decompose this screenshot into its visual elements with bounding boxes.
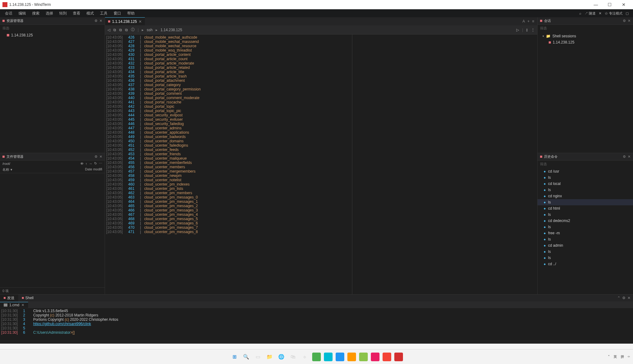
session-item[interactable]: 1.14.238.125 xyxy=(538,39,633,45)
tab-shell[interactable]: Shell xyxy=(18,295,37,301)
history-item[interactable]: ◆cd /usr xyxy=(538,168,633,174)
close-icon[interactable]: ✕ xyxy=(99,19,102,23)
wifi-icon[interactable]: ⌔ xyxy=(628,355,630,359)
history-item[interactable]: ◆ls xyxy=(538,211,633,218)
tab-close-icon[interactable]: ✕ xyxy=(139,19,142,24)
history-item[interactable]: ◆free -m xyxy=(538,230,633,236)
close-icon[interactable]: ✕ xyxy=(628,19,631,23)
gear-icon[interactable]: ⚙ xyxy=(622,296,626,300)
menu-窗口[interactable]: 窗口 xyxy=(111,10,124,17)
paste-icon[interactable]: ⧉ xyxy=(119,28,122,32)
menu-搜索[interactable]: 搜索 xyxy=(29,10,43,17)
gear-icon[interactable]: ⚙ xyxy=(623,155,626,159)
refresh-icon[interactable]: ↻ xyxy=(94,161,97,165)
vs-icon[interactable]: ⟐ xyxy=(300,353,309,361)
history-item[interactable]: ◆cd admin xyxy=(538,242,633,249)
crumb-ssh[interactable]: ssh xyxy=(147,28,153,32)
tunnel-button[interactable]: ↗ 隧道 xyxy=(585,11,596,16)
search-icon[interactable]: ⌕ xyxy=(579,11,581,15)
up-icon[interactable]: ↑ xyxy=(86,162,87,165)
ime-indicator[interactable]: 英 xyxy=(614,354,617,359)
session-filter[interactable]: 筛选 xyxy=(538,25,633,32)
menu-编辑[interactable]: 编辑 xyxy=(15,10,29,17)
add-tab-icon[interactable]: + xyxy=(527,19,530,23)
history-item[interactable]: ◆cd nginx xyxy=(538,193,633,199)
nav-back-icon[interactable]: ◁ xyxy=(107,28,110,32)
app-icon[interactable] xyxy=(312,353,321,361)
history-item[interactable]: ◆ls xyxy=(538,236,633,242)
sub-tab-close-icon[interactable]: ✕ xyxy=(21,303,24,307)
taskview-icon[interactable]: ▭ xyxy=(254,353,262,361)
tray-chevron-icon[interactable]: ˄ xyxy=(608,355,610,359)
edge-icon[interactable]: 🌐 xyxy=(277,353,286,361)
session-folder[interactable]: ▾ 📁 Shell sessions xyxy=(538,33,633,39)
close-icon[interactable]: ✕ xyxy=(627,296,631,300)
history-item[interactable]: ◆cd local xyxy=(538,181,633,187)
windterm-icon[interactable] xyxy=(394,353,403,361)
more-icon[interactable]: ⋮ xyxy=(531,28,535,32)
history-item[interactable]: ◆ls xyxy=(538,174,633,181)
maximize-button[interactable]: ☐ xyxy=(603,0,617,9)
history-filter[interactable]: 筛选 xyxy=(538,161,633,168)
history-item[interactable]: ◆ls xyxy=(538,255,633,261)
history-item[interactable]: ◆ls xyxy=(538,199,633,205)
menu-帮助[interactable]: 帮助 xyxy=(124,10,138,17)
info-icon[interactable]: ⓘ xyxy=(131,27,135,32)
history-item[interactable]: ◆ls xyxy=(538,187,633,193)
search-icon[interactable]: 🔍 xyxy=(242,353,250,361)
terminal-output[interactable]: [10:43:05]426 | cloud_mobile_wechat_auth… xyxy=(105,35,537,294)
collapse-icon[interactable]: ⌃ xyxy=(617,296,620,300)
nav-forward-icon[interactable]: ▷ xyxy=(516,28,519,32)
app-icon[interactable] xyxy=(324,353,333,361)
history-item[interactable]: ◆cd html xyxy=(538,205,633,211)
terminal-tab[interactable]: 1.1.14.238.125 ✕ xyxy=(105,17,145,25)
menu-查看[interactable]: 查看 xyxy=(70,10,83,17)
gear-icon[interactable]: ⚙ xyxy=(623,19,626,23)
app-icon[interactable] xyxy=(347,353,356,361)
store-icon[interactable]: 🛍 xyxy=(289,353,297,361)
app-icon[interactable] xyxy=(383,353,391,361)
more-icon[interactable]: ⋯ xyxy=(99,161,102,165)
terminal-line: [10:43:05]454 | cloud_ucenter_mailqueue xyxy=(105,156,537,161)
focus-mode-button[interactable]: ☆ 专注模式 xyxy=(605,11,623,16)
app-icon[interactable] xyxy=(371,353,379,361)
menu-选择[interactable]: 选择 xyxy=(43,10,56,17)
app-icon[interactable] xyxy=(336,353,344,361)
start-icon[interactable]: ⊞ xyxy=(230,353,239,361)
gear-icon[interactable]: ⚙ xyxy=(94,155,98,159)
forward-icon[interactable]: → xyxy=(89,162,92,165)
history-item[interactable]: ◆cd dedecms2 xyxy=(538,218,633,224)
eye-icon[interactable]: 👁 xyxy=(80,162,84,165)
tab-menu-icon[interactable]: ≡ xyxy=(532,19,534,23)
menu-模式[interactable]: 模式 xyxy=(83,10,97,17)
bottom-terminal[interactable]: [10:31:30]1Clink v1.3.15.6e6e45[10:31:30… xyxy=(0,308,633,344)
file-path[interactable]: /root/ xyxy=(2,162,78,165)
menu-转到[interactable]: 转到 xyxy=(56,10,70,17)
font-icon[interactable]: A xyxy=(522,19,525,23)
layout-icon[interactable]: ▢ xyxy=(626,11,629,15)
close-button[interactable]: ✕ xyxy=(617,0,631,9)
ime-indicator[interactable]: 拼 xyxy=(621,354,624,359)
history-item[interactable]: ◆cd ../ xyxy=(538,261,633,267)
copy-icon[interactable]: ⧉ xyxy=(113,28,116,32)
menu-会话[interactable]: 会话 xyxy=(2,10,15,17)
col-name[interactable]: 名称▾ xyxy=(2,167,85,172)
explorer-host-item[interactable]: 1.14.238.125 xyxy=(0,32,105,39)
explorer-filter[interactable]: 筛选 xyxy=(0,25,105,32)
history-item[interactable]: ◆ls xyxy=(538,249,633,255)
crumb-host[interactable]: 1.14.238.125 xyxy=(161,28,182,32)
gear-icon[interactable]: ⚙ xyxy=(94,19,98,23)
split-icon[interactable]: ⫿ xyxy=(526,28,528,32)
close-icon[interactable]: ✕ xyxy=(628,155,631,159)
sub-tab-cmd[interactable]: 1.cmd ✕ xyxy=(0,302,28,308)
history-item[interactable]: ◆ls xyxy=(538,224,633,230)
dup-icon[interactable]: ⧉ xyxy=(125,28,128,32)
tab-send[interactable]: 发送 xyxy=(0,295,18,302)
x-icon[interactable]: ✕ xyxy=(599,11,602,15)
close-icon[interactable]: ✕ xyxy=(99,155,102,159)
explorer-icon[interactable]: 📁 xyxy=(265,353,274,361)
menu-工具[interactable]: 工具 xyxy=(97,10,111,17)
col-date[interactable]: Date modifi xyxy=(85,167,102,172)
app-icon[interactable] xyxy=(359,353,368,361)
minimize-button[interactable]: — xyxy=(589,0,603,9)
